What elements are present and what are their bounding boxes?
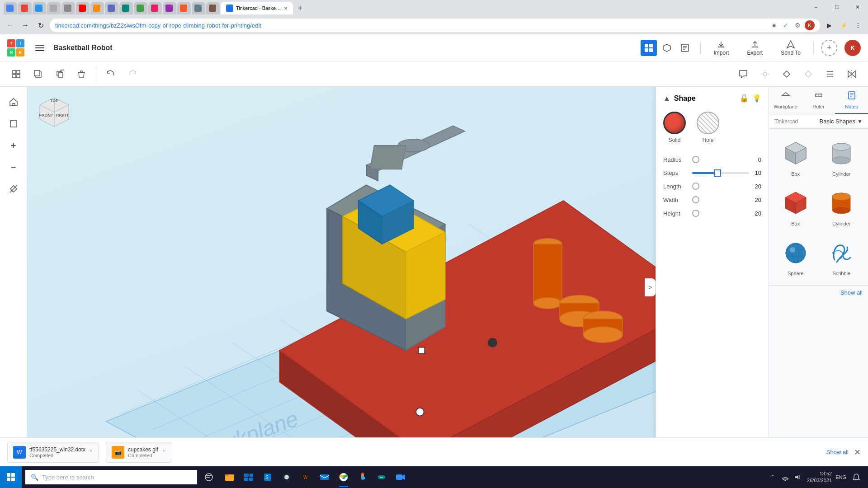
forward-button[interactable]: →	[19, 19, 32, 32]
viewport[interactable]: Workplane	[27, 87, 769, 488]
cast-icon[interactable]: ▶	[823, 19, 835, 32]
bookmark-icon[interactable]: ★	[769, 21, 778, 30]
taskbar-icon-steam[interactable]	[278, 466, 296, 488]
notification-button[interactable]	[850, 471, 863, 483]
taskbar-icon-mail[interactable]	[316, 466, 334, 488]
download-chevron-1[interactable]: ⌃	[89, 450, 93, 455]
add-user-button[interactable]: +	[821, 40, 837, 56]
code-view-button[interactable]	[677, 40, 693, 56]
taskbar-icon-chrome[interactable]	[335, 466, 353, 488]
grid-view-button[interactable]	[641, 40, 657, 56]
new-shape-button[interactable]	[7, 65, 25, 83]
length-toggle[interactable]	[692, 183, 699, 190]
start-button[interactable]	[0, 466, 22, 488]
measure-button[interactable]	[5, 181, 22, 197]
panel-collapse-arrow[interactable]: >	[645, 278, 656, 296]
tab-wiki[interactable]	[47, 2, 61, 14]
copy-button[interactable]	[29, 65, 47, 83]
back-button[interactable]: ←	[4, 19, 16, 32]
tab-close[interactable]: ✕	[284, 6, 288, 11]
delete-button[interactable]	[72, 65, 90, 83]
tab-workplane[interactable]: Workplane	[769, 87, 802, 114]
tab-scratch[interactable]	[90, 2, 104, 14]
redo-button[interactable]	[123, 65, 142, 83]
show-all-button[interactable]: Show all	[769, 285, 868, 300]
tab-yt1[interactable]	[76, 2, 90, 14]
separator-tool[interactable]	[821, 65, 839, 83]
minimize-button[interactable]: −	[806, 0, 826, 14]
browser-menu-icon[interactable]: ⋮	[852, 19, 864, 32]
shape-solid-button[interactable]	[799, 65, 817, 83]
tab-8[interactable]	[105, 2, 118, 14]
taskbar-icon-arduino[interactable]: ∞	[373, 466, 391, 488]
lock-icon[interactable]: 🔓	[740, 94, 749, 103]
view-cube[interactable]: TOP FRONT RIGHT	[34, 94, 74, 134]
hamburger-menu-button[interactable]	[33, 41, 48, 55]
mirror-button[interactable]	[843, 65, 861, 83]
steps-slider[interactable]	[692, 172, 749, 174]
taskbar-icon-taskview[interactable]	[240, 466, 258, 488]
tab-12[interactable]	[163, 2, 176, 14]
tab-9[interactable]	[119, 2, 133, 14]
tab-tinkercad[interactable]: Tinkercad - Basketball... ✕	[221, 2, 293, 14]
undo-button[interactable]	[102, 65, 120, 83]
light-button[interactable]	[756, 65, 774, 83]
tab-13[interactable]	[177, 2, 191, 14]
duplicate-button[interactable]	[51, 65, 69, 83]
shape-item-cylinder-gray[interactable]: Cylinder	[821, 134, 863, 180]
shape-item-cylinder-orange[interactable]: Cylinder	[821, 184, 863, 230]
clock-display[interactable]: 13:52 26/03/2021	[807, 470, 832, 484]
height-toggle[interactable]	[692, 210, 699, 217]
hole-option[interactable]: Hole	[697, 112, 719, 143]
shape-outline-button[interactable]	[778, 65, 796, 83]
refresh-button[interactable]: ↻	[34, 19, 47, 32]
volume-icon[interactable]	[793, 472, 803, 483]
task-view-button[interactable]	[201, 469, 217, 485]
library-category-selector[interactable]: Basic Shapes ▼	[820, 118, 863, 125]
project-title[interactable]: Basketball Robot	[53, 44, 113, 52]
taskbar-icon-wolf[interactable]: W	[297, 466, 315, 488]
taskbar-icon-store[interactable]: S	[259, 466, 277, 488]
maximize-button[interactable]: ☐	[826, 0, 847, 14]
download-item-1[interactable]: W tf55635225_win32.dotx Completed ⌃	[7, 442, 99, 463]
import-button[interactable]: Import	[708, 38, 734, 58]
profile-icon[interactable]: K	[805, 20, 815, 30]
taskbar-icon-figma[interactable]	[354, 466, 372, 488]
send-to-button[interactable]: Send To	[775, 38, 806, 58]
shape-item-sphere-blue[interactable]: Sphere	[774, 234, 817, 280]
close-button[interactable]: ✕	[847, 0, 868, 14]
comment-button[interactable]	[734, 65, 752, 83]
collapse-shape-panel[interactable]: ▲	[663, 94, 670, 103]
tab-15[interactable]	[206, 2, 220, 14]
solid-option[interactable]: Solid	[663, 112, 686, 143]
language-indicator[interactable]: ENG	[835, 474, 846, 480]
shape-item-box-gray[interactable]: Box	[774, 134, 817, 180]
taskbar-icon-explorer[interactable]	[221, 466, 239, 488]
3d-view-button[interactable]	[659, 40, 675, 56]
extension-settings-icon[interactable]: ⚙	[793, 21, 802, 30]
zoom-out-button[interactable]: −	[5, 159, 22, 175]
tab-11[interactable]	[148, 2, 162, 14]
show-all-downloads-button[interactable]: Show all	[826, 449, 849, 455]
tab-notes[interactable]: Notes	[835, 87, 868, 114]
home-view-button[interactable]	[5, 94, 22, 110]
close-download-bar-button[interactable]: ✕	[854, 447, 861, 457]
fit-view-button[interactable]	[5, 116, 22, 132]
extension-check-icon[interactable]: ✓	[781, 21, 790, 30]
tinkercad-logo[interactable]: T I N K	[7, 39, 24, 56]
tab-3[interactable]	[33, 2, 46, 14]
shape-item-scribble[interactable]: Scribble	[821, 234, 863, 280]
url-bar[interactable]: tinkercad.com/things/bzZ2siwsOfm-copy-of…	[50, 19, 820, 32]
shape-item-box-red[interactable]: Box	[774, 184, 817, 230]
tab-1[interactable]	[4, 2, 17, 14]
tab-2[interactable]	[18, 2, 32, 14]
system-tray-up[interactable]: ⌃	[767, 472, 778, 483]
network-icon[interactable]	[780, 472, 791, 483]
tab-10[interactable]	[134, 2, 147, 14]
export-button[interactable]: Export	[741, 38, 768, 58]
download-chevron-2[interactable]: ⌃	[162, 450, 165, 455]
user-avatar[interactable]: K	[844, 40, 861, 56]
download-item-2[interactable]: 📷 cupcakes gif Completed ⌃	[106, 442, 171, 463]
tab-14[interactable]	[192, 2, 205, 14]
search-bar[interactable]: 🔍 Type here to search	[25, 470, 197, 484]
